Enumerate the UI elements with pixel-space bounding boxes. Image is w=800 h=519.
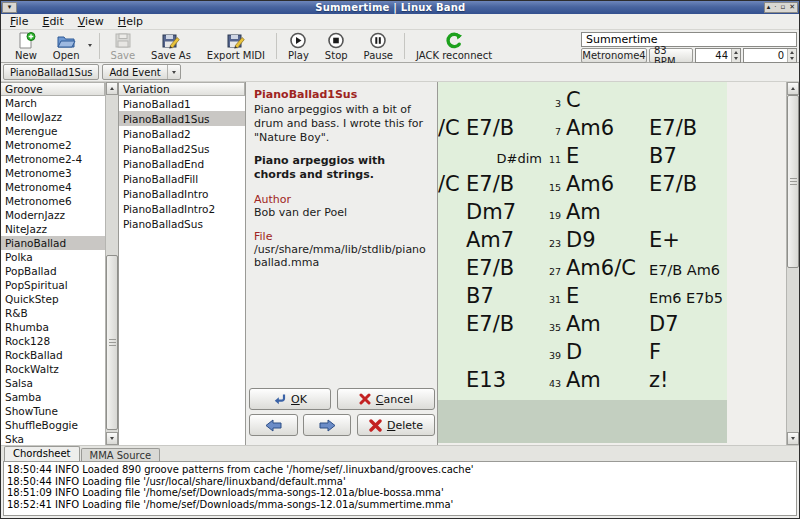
groove-list-item[interactable]: ModernJazz: [1, 208, 105, 222]
menu-item[interactable]: Edit: [35, 14, 70, 29]
stop-button[interactable]: Stop: [317, 31, 356, 61]
scrollbar-thumb[interactable]: [787, 95, 799, 268]
groove-list-item[interactable]: PopBallad: [1, 264, 105, 278]
close-icon[interactable]: ✕: [789, 4, 795, 11]
groove-list-item[interactable]: Salsa: [1, 376, 105, 390]
groove-list-item[interactable]: Rhumba: [1, 320, 105, 334]
chord-sheet[interactable]: 3 C /C E7/B 7 Am6 E7/B: [438, 82, 727, 400]
groove-list-item[interactable]: NiteJazz: [1, 222, 105, 236]
open-dropdown-arrow[interactable]: [88, 31, 96, 61]
export-midi-button[interactable]: Export MIDI: [199, 31, 273, 61]
groove-list-item[interactable]: Ska: [1, 432, 105, 445]
current-groove-button[interactable]: PianoBallad1Sus: [3, 64, 99, 80]
spin-down-icon[interactable]: [788, 56, 796, 63]
variation-list-item[interactable]: PianoBalladIntro: [119, 186, 245, 201]
bar-number-spinner[interactable]: 0: [743, 48, 797, 63]
shade-icon[interactable]: ▴: [767, 4, 771, 11]
chord-row[interactable]: E13 43 Am z!: [438, 368, 727, 396]
new-button[interactable]: New: [7, 31, 45, 61]
chord-row[interactable]: Am7 23 D9 E+: [438, 228, 727, 256]
minimize-icon[interactable]: ·: [774, 4, 776, 11]
groove-list-item[interactable]: March: [1, 96, 105, 110]
groove-list-item[interactable]: R&B: [1, 306, 105, 320]
time-signature-spinner[interactable]: 44: [695, 48, 741, 63]
variation-list-item[interactable]: PianoBalladSus: [119, 216, 245, 231]
ok-button[interactable]: OK: [249, 388, 331, 410]
variation-list-item[interactable]: PianoBalladFill: [119, 171, 245, 186]
groove-list-item[interactable]: Merengue: [1, 124, 105, 138]
add-event-combo[interactable]: Add Event: [102, 64, 180, 80]
delete-button[interactable]: Delete: [357, 414, 435, 436]
open-folder-icon: [56, 32, 76, 49]
menu-item[interactable]: File: [3, 14, 35, 29]
groove-list-item[interactable]: Polka: [1, 250, 105, 264]
groove-list-item[interactable]: ShuffleBoggie: [1, 418, 105, 432]
chord-right: z!: [649, 368, 727, 392]
variation-list-item[interactable]: PianoBallad2: [119, 126, 245, 141]
variation-list-item[interactable]: PianoBalladEnd: [119, 156, 245, 171]
jack-reconnect-button[interactable]: JACK reconnect: [408, 31, 500, 61]
groove-list-item[interactable]: Rock128: [1, 334, 105, 348]
window-menu-icon[interactable]: ▾: [2, 2, 17, 13]
groove-list-item[interactable]: Metronome2-4: [1, 152, 105, 166]
previous-groove-button[interactable]: [249, 414, 298, 436]
groove-list-item[interactable]: Metronome6: [1, 194, 105, 208]
groove-list-item[interactable]: Metronome4: [1, 180, 105, 194]
tab[interactable]: Chordsheet: [4, 446, 80, 461]
spin-down-icon[interactable]: [732, 56, 740, 63]
chord-left: E7/B: [466, 256, 542, 280]
groove-list-item[interactable]: ShowTune: [1, 404, 105, 418]
save-button[interactable]: Save: [103, 31, 144, 61]
chord-row[interactable]: E7/B 35 Am D7: [438, 312, 727, 340]
title-bar[interactable]: ▾ Summertime | Linux Band ▴ · ▫ ✕: [1, 1, 799, 14]
log-output[interactable]: 18:50:44 INFO Loaded 890 groove patterns…: [3, 461, 797, 516]
scrollbar-thumb[interactable]: [106, 255, 118, 430]
metronome-button[interactable]: Metronome4: [581, 48, 647, 63]
groove-list-item[interactable]: RockBallad: [1, 348, 105, 362]
scroll-up-icon[interactable]: [106, 82, 118, 95]
groove-list-item[interactable]: Metronome3: [1, 166, 105, 180]
save-as-button[interactable]: Save As: [143, 31, 199, 61]
groove-list-item[interactable]: PopSpiritual: [1, 278, 105, 292]
tab[interactable]: MMA Source: [81, 448, 161, 461]
chord-row[interactable]: B7 31 E Em6 E7b5: [438, 284, 727, 312]
chord-row[interactable]: E7/B 27 Am6/C E7/B Am6: [438, 256, 727, 284]
chord-row[interactable]: 3 C: [438, 88, 727, 116]
chord-row[interactable]: 39 D F: [438, 340, 727, 368]
groove-column-header[interactable]: Groove: [1, 82, 105, 96]
variation-list-item[interactable]: PianoBallad1: [119, 96, 245, 111]
pause-button[interactable]: Pause: [356, 31, 401, 61]
chord-row[interactable]: /C E7/B 7 Am6 E7/B: [438, 116, 727, 144]
next-groove-button[interactable]: [303, 414, 351, 436]
chord-row[interactable]: D#dim 11 E B7: [438, 144, 727, 172]
chord-right: E7/B: [649, 116, 727, 140]
groove-list-item[interactable]: Samba: [1, 390, 105, 404]
maximize-icon[interactable]: ▫: [780, 4, 785, 11]
groove-list-item[interactable]: QuickStep: [1, 292, 105, 306]
scroll-up-icon[interactable]: [787, 82, 799, 95]
groove-list-item[interactable]: MellowJazz: [1, 110, 105, 124]
groove-list-item[interactable]: Metronome2: [1, 138, 105, 152]
variation-list-item[interactable]: PianoBalladIntro2: [119, 201, 245, 216]
variation-list-item[interactable]: PianoBallad2Sus: [119, 141, 245, 156]
bpm-button[interactable]: 83 BPM: [649, 48, 693, 63]
scroll-down-icon[interactable]: [106, 432, 118, 445]
chord-row[interactable]: /C E7/B 15 Am6 E7/B: [438, 172, 727, 200]
cancel-button[interactable]: Cancel: [337, 388, 435, 410]
chord-row[interactable]: Dm7 19 Am: [438, 200, 727, 228]
menu-item[interactable]: View: [71, 14, 111, 29]
open-button[interactable]: Open: [45, 31, 88, 61]
variation-column-header[interactable]: Variation: [119, 82, 245, 96]
groove-list-item[interactable]: RockWaltz: [1, 362, 105, 376]
groove-list[interactable]: MarchMellowJazzMerengueMetronome2Metrono…: [1, 96, 105, 445]
play-button[interactable]: Play: [280, 31, 317, 61]
groove-scrollbar[interactable]: [105, 82, 118, 445]
variation-list-item[interactable]: PianoBallad1Sus: [119, 111, 245, 126]
variation-list[interactable]: PianoBallad1PianoBallad1SusPianoBallad2P…: [119, 96, 245, 445]
song-title-input[interactable]: [581, 32, 797, 47]
scroll-down-icon[interactable]: [787, 432, 799, 445]
groove-list-item[interactable]: PianoBallad: [1, 236, 105, 250]
menu-item[interactable]: Help: [111, 14, 150, 29]
chordsheet-scrollbar[interactable]: [786, 82, 799, 445]
chord-mid: Am6/C: [566, 256, 649, 280]
